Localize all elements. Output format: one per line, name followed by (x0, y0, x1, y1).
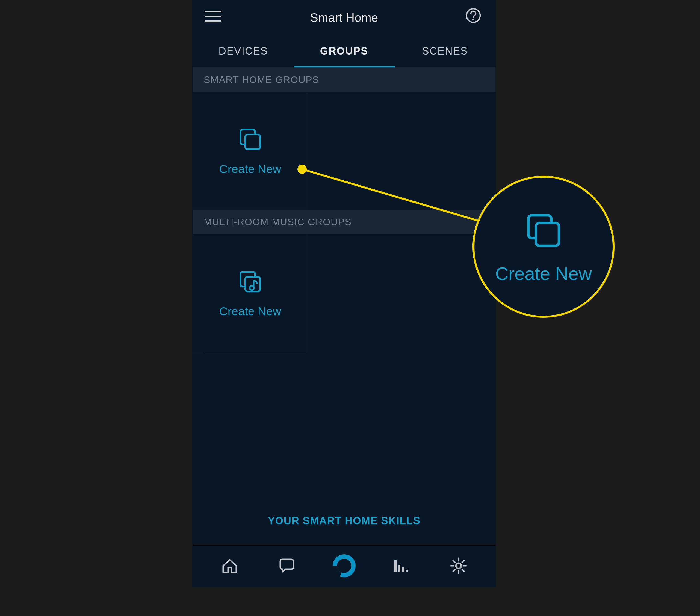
menu-button[interactable] (204, 10, 223, 26)
svg-rect-11 (395, 560, 397, 572)
svg-point-4 (473, 18, 474, 20)
divider (204, 352, 308, 352)
nav-chat[interactable] (271, 553, 303, 580)
tab-groups[interactable]: GROUPS (293, 36, 395, 67)
svg-point-15 (456, 563, 461, 568)
alexa-ring-icon (332, 553, 357, 579)
gear-icon (449, 556, 468, 576)
page-title: Smart Home (310, 11, 378, 25)
top-bar: Smart Home (193, 0, 496, 36)
svg-rect-12 (398, 565, 400, 572)
your-smart-home-skills-link[interactable]: YOUR SMART HOME SKILLS (193, 515, 496, 527)
tab-scenes-label: SCENES (422, 45, 468, 57)
tab-devices[interactable]: DEVICES (193, 36, 293, 67)
create-new-music-group-tile[interactable]: Create New (193, 234, 308, 352)
tabs: DEVICES GROUPS SCENES (193, 36, 496, 67)
svg-line-22 (462, 560, 464, 562)
stacked-squares-icon (523, 209, 565, 253)
callout-label: Create New (495, 263, 592, 284)
nav-settings[interactable] (442, 553, 475, 580)
tab-scenes[interactable]: SCENES (395, 36, 496, 67)
tab-groups-label: GROUPS (320, 45, 368, 57)
svg-line-23 (453, 569, 455, 571)
svg-rect-13 (402, 567, 404, 572)
svg-rect-27 (536, 223, 559, 246)
help-button[interactable] (465, 8, 484, 26)
create-new-music-group-label: Create New (219, 305, 281, 318)
multi-room-music-groups-row: Create New (193, 234, 496, 352)
chat-icon (277, 556, 296, 576)
stacked-squares-icon (237, 126, 264, 154)
nav-home[interactable] (213, 553, 246, 580)
section-header-smart-home-groups: SMART HOME GROUPS (193, 67, 496, 92)
nav-now-playing[interactable] (385, 553, 418, 580)
section-header-multi-room-music-groups: MULTI-ROOM MUSIC GROUPS (193, 209, 496, 234)
svg-rect-6 (245, 134, 260, 149)
nav-alexa[interactable] (328, 553, 361, 580)
hamburger-icon (204, 19, 222, 24)
stacked-squares-music-icon (237, 268, 264, 296)
bottom-nav (193, 545, 496, 587)
callout-magnifier: Create New (473, 176, 614, 318)
home-icon (221, 556, 239, 576)
create-new-group-tile[interactable]: Create New (193, 92, 308, 209)
svg-rect-14 (406, 569, 408, 572)
svg-line-20 (453, 560, 455, 562)
smart-home-screen: Smart Home DEVICES GROUPS SCENES (193, 0, 496, 587)
svg-line-21 (462, 569, 464, 571)
tab-devices-label: DEVICES (218, 45, 268, 57)
create-new-group-label: Create New (219, 163, 281, 176)
help-icon (465, 20, 481, 24)
equalizer-icon (392, 556, 411, 576)
smart-home-groups-row: Create New (193, 92, 496, 209)
